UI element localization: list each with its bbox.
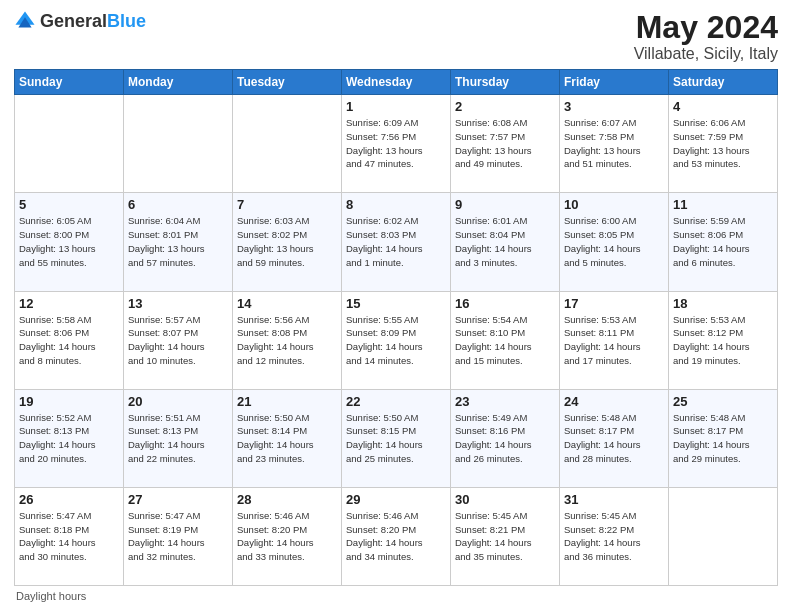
calendar-cell: 7Sunrise: 6:03 AMSunset: 8:02 PMDaylight…: [233, 193, 342, 291]
calendar-day-header: Saturday: [669, 70, 778, 95]
day-number: 31: [564, 492, 664, 507]
day-info: Sunrise: 5:50 AMSunset: 8:14 PMDaylight:…: [237, 411, 337, 466]
day-info: Sunrise: 5:53 AMSunset: 8:12 PMDaylight:…: [673, 313, 773, 368]
page: GeneralBlue May 2024 Villabate, Sicily, …: [0, 0, 792, 612]
day-info: Sunrise: 5:53 AMSunset: 8:11 PMDaylight:…: [564, 313, 664, 368]
calendar-week-row: 5Sunrise: 6:05 AMSunset: 8:00 PMDaylight…: [15, 193, 778, 291]
calendar-cell: 21Sunrise: 5:50 AMSunset: 8:14 PMDayligh…: [233, 389, 342, 487]
day-info: Sunrise: 5:49 AMSunset: 8:16 PMDaylight:…: [455, 411, 555, 466]
day-info: Sunrise: 5:51 AMSunset: 8:13 PMDaylight:…: [128, 411, 228, 466]
month-title: May 2024: [634, 10, 778, 45]
day-number: 13: [128, 296, 228, 311]
calendar-cell: 18Sunrise: 5:53 AMSunset: 8:12 PMDayligh…: [669, 291, 778, 389]
logo: GeneralBlue: [14, 10, 146, 32]
day-number: 16: [455, 296, 555, 311]
day-number: 23: [455, 394, 555, 409]
day-info: Sunrise: 6:00 AMSunset: 8:05 PMDaylight:…: [564, 214, 664, 269]
day-info: Sunrise: 5:45 AMSunset: 8:22 PMDaylight:…: [564, 509, 664, 564]
day-number: 6: [128, 197, 228, 212]
calendar-cell: 19Sunrise: 5:52 AMSunset: 8:13 PMDayligh…: [15, 389, 124, 487]
calendar-cell: [233, 95, 342, 193]
calendar-cell: 4Sunrise: 6:06 AMSunset: 7:59 PMDaylight…: [669, 95, 778, 193]
day-number: 19: [19, 394, 119, 409]
calendar-cell: 23Sunrise: 5:49 AMSunset: 8:16 PMDayligh…: [451, 389, 560, 487]
day-number: 3: [564, 99, 664, 114]
calendar-cell: 27Sunrise: 5:47 AMSunset: 8:19 PMDayligh…: [124, 487, 233, 585]
day-info: Sunrise: 6:07 AMSunset: 7:58 PMDaylight:…: [564, 116, 664, 171]
calendar-day-header: Tuesday: [233, 70, 342, 95]
day-number: 30: [455, 492, 555, 507]
day-number: 1: [346, 99, 446, 114]
day-number: 29: [346, 492, 446, 507]
calendar-day-header: Wednesday: [342, 70, 451, 95]
calendar-cell: 20Sunrise: 5:51 AMSunset: 8:13 PMDayligh…: [124, 389, 233, 487]
calendar-day-header: Friday: [560, 70, 669, 95]
day-number: 11: [673, 197, 773, 212]
calendar-cell: [669, 487, 778, 585]
calendar-cell: 2Sunrise: 6:08 AMSunset: 7:57 PMDaylight…: [451, 95, 560, 193]
day-info: Sunrise: 5:46 AMSunset: 8:20 PMDaylight:…: [346, 509, 446, 564]
calendar-cell: 29Sunrise: 5:46 AMSunset: 8:20 PMDayligh…: [342, 487, 451, 585]
day-number: 4: [673, 99, 773, 114]
day-number: 7: [237, 197, 337, 212]
calendar-cell: 15Sunrise: 5:55 AMSunset: 8:09 PMDayligh…: [342, 291, 451, 389]
calendar-week-row: 19Sunrise: 5:52 AMSunset: 8:13 PMDayligh…: [15, 389, 778, 487]
day-info: Sunrise: 5:50 AMSunset: 8:15 PMDaylight:…: [346, 411, 446, 466]
footer-note: Daylight hours: [14, 590, 778, 602]
location-title: Villabate, Sicily, Italy: [634, 45, 778, 63]
day-number: 12: [19, 296, 119, 311]
day-info: Sunrise: 6:01 AMSunset: 8:04 PMDaylight:…: [455, 214, 555, 269]
day-info: Sunrise: 5:48 AMSunset: 8:17 PMDaylight:…: [673, 411, 773, 466]
daylight-hours-label: Daylight hours: [16, 590, 86, 602]
logo-blue: Blue: [107, 11, 146, 31]
title-block: May 2024 Villabate, Sicily, Italy: [634, 10, 778, 63]
calendar-week-row: 26Sunrise: 5:47 AMSunset: 8:18 PMDayligh…: [15, 487, 778, 585]
day-info: Sunrise: 6:06 AMSunset: 7:59 PMDaylight:…: [673, 116, 773, 171]
calendar-cell: 6Sunrise: 6:04 AMSunset: 8:01 PMDaylight…: [124, 193, 233, 291]
calendar-day-header: Sunday: [15, 70, 124, 95]
calendar-cell: 30Sunrise: 5:45 AMSunset: 8:21 PMDayligh…: [451, 487, 560, 585]
day-info: Sunrise: 5:47 AMSunset: 8:18 PMDaylight:…: [19, 509, 119, 564]
day-number: 2: [455, 99, 555, 114]
calendar-day-header: Thursday: [451, 70, 560, 95]
logo-icon: [14, 10, 36, 32]
day-number: 8: [346, 197, 446, 212]
day-info: Sunrise: 5:56 AMSunset: 8:08 PMDaylight:…: [237, 313, 337, 368]
calendar-header-row: SundayMondayTuesdayWednesdayThursdayFrid…: [15, 70, 778, 95]
day-info: Sunrise: 6:03 AMSunset: 8:02 PMDaylight:…: [237, 214, 337, 269]
calendar-cell: 22Sunrise: 5:50 AMSunset: 8:15 PMDayligh…: [342, 389, 451, 487]
header: GeneralBlue May 2024 Villabate, Sicily, …: [14, 10, 778, 63]
calendar-cell: 14Sunrise: 5:56 AMSunset: 8:08 PMDayligh…: [233, 291, 342, 389]
day-number: 15: [346, 296, 446, 311]
day-number: 26: [19, 492, 119, 507]
day-info: Sunrise: 5:59 AMSunset: 8:06 PMDaylight:…: [673, 214, 773, 269]
day-number: 21: [237, 394, 337, 409]
day-number: 28: [237, 492, 337, 507]
day-info: Sunrise: 5:54 AMSunset: 8:10 PMDaylight:…: [455, 313, 555, 368]
day-number: 22: [346, 394, 446, 409]
calendar-cell: [124, 95, 233, 193]
day-info: Sunrise: 6:08 AMSunset: 7:57 PMDaylight:…: [455, 116, 555, 171]
calendar-cell: 25Sunrise: 5:48 AMSunset: 8:17 PMDayligh…: [669, 389, 778, 487]
day-info: Sunrise: 6:05 AMSunset: 8:00 PMDaylight:…: [19, 214, 119, 269]
calendar-cell: 8Sunrise: 6:02 AMSunset: 8:03 PMDaylight…: [342, 193, 451, 291]
day-info: Sunrise: 5:45 AMSunset: 8:21 PMDaylight:…: [455, 509, 555, 564]
calendar-cell: 1Sunrise: 6:09 AMSunset: 7:56 PMDaylight…: [342, 95, 451, 193]
calendar-cell: 28Sunrise: 5:46 AMSunset: 8:20 PMDayligh…: [233, 487, 342, 585]
calendar-week-row: 1Sunrise: 6:09 AMSunset: 7:56 PMDaylight…: [15, 95, 778, 193]
calendar-cell: 24Sunrise: 5:48 AMSunset: 8:17 PMDayligh…: [560, 389, 669, 487]
calendar-table: SundayMondayTuesdayWednesdayThursdayFrid…: [14, 69, 778, 586]
calendar-cell: 3Sunrise: 6:07 AMSunset: 7:58 PMDaylight…: [560, 95, 669, 193]
day-info: Sunrise: 5:58 AMSunset: 8:06 PMDaylight:…: [19, 313, 119, 368]
calendar-cell: 10Sunrise: 6:00 AMSunset: 8:05 PMDayligh…: [560, 193, 669, 291]
calendar-cell: 13Sunrise: 5:57 AMSunset: 8:07 PMDayligh…: [124, 291, 233, 389]
day-number: 25: [673, 394, 773, 409]
day-number: 20: [128, 394, 228, 409]
logo-text: GeneralBlue: [40, 12, 146, 31]
day-number: 27: [128, 492, 228, 507]
day-info: Sunrise: 6:09 AMSunset: 7:56 PMDaylight:…: [346, 116, 446, 171]
calendar-cell: 17Sunrise: 5:53 AMSunset: 8:11 PMDayligh…: [560, 291, 669, 389]
day-number: 5: [19, 197, 119, 212]
day-info: Sunrise: 6:02 AMSunset: 8:03 PMDaylight:…: [346, 214, 446, 269]
day-info: Sunrise: 5:55 AMSunset: 8:09 PMDaylight:…: [346, 313, 446, 368]
